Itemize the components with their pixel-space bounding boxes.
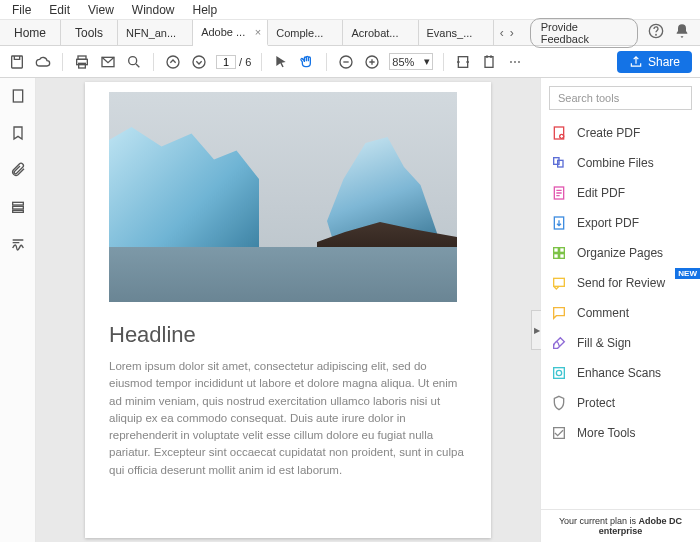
tool-icon [551,425,567,441]
svg-rect-15 [12,202,23,205]
toolbar: / 6 85%▾ ⋯ Share [0,46,700,78]
svg-rect-26 [554,254,559,259]
tool-label: Organize Pages [577,246,663,260]
tool-icon [551,185,567,201]
svg-rect-14 [13,90,22,102]
svg-rect-12 [459,56,468,67]
svg-rect-29 [554,368,565,379]
hand-icon[interactable] [298,53,316,71]
menu-window[interactable]: Window [124,3,183,17]
doc-tab-3[interactable]: Acrobat... [343,20,418,45]
headline: Headline [109,322,467,348]
topbar: Home Tools NFN_an... Adobe ...× Comple..… [0,20,700,46]
page-up-icon[interactable] [164,53,182,71]
tool-icon [551,245,567,261]
tool-fill-sign[interactable]: Fill & Sign [541,328,700,358]
more-icon[interactable]: ⋯ [506,53,524,71]
tool-icon [551,305,567,321]
tool-create-pdf[interactable]: Create PDF [541,118,700,148]
tool-label: Edit PDF [577,186,625,200]
zoom-select[interactable]: 85%▾ [389,53,433,70]
svg-rect-28 [554,278,565,286]
layers-icon[interactable] [10,199,26,218]
tool-edit-pdf[interactable]: Edit PDF [541,178,700,208]
print-icon[interactable] [73,53,91,71]
bell-icon[interactable] [674,23,690,42]
search-icon[interactable] [125,53,143,71]
share-button[interactable]: Share [617,51,692,73]
panel-collapse-icon[interactable]: ▶ [531,310,541,350]
left-rail [0,78,36,542]
tool-send-for-review[interactable]: Send for ReviewNEW [541,268,700,298]
menu-view[interactable]: View [80,3,122,17]
arrow-cursor-icon[interactable] [272,53,290,71]
attachment-icon[interactable] [10,162,26,181]
svg-rect-24 [554,248,559,253]
tool-more-tools[interactable]: More Tools [541,418,700,448]
tab-home[interactable]: Home [0,20,61,45]
tool-icon [551,125,567,141]
svg-rect-16 [12,206,23,209]
tab-prev-icon[interactable]: ‹ [500,26,504,40]
doc-tab-2[interactable]: Comple... [268,20,343,45]
svg-point-7 [129,56,137,64]
zoom-in-icon[interactable] [363,53,381,71]
tool-label: Protect [577,396,615,410]
svg-point-1 [656,34,657,35]
tool-icon [551,395,567,411]
tool-label: Enhance Scans [577,366,661,380]
tab-tools[interactable]: Tools [61,20,118,45]
plan-info: Your current plan is Adobe DC enterprise [541,509,700,542]
close-icon[interactable]: × [255,26,261,38]
tool-label: Create PDF [577,126,640,140]
search-tools-input[interactable]: Search tools [549,86,692,110]
tool-icon [551,275,567,291]
doc-tab-0[interactable]: NFN_an... [118,20,193,45]
page-input[interactable] [216,55,236,69]
zoom-out-icon[interactable] [337,53,355,71]
tool-protect[interactable]: Protect [541,388,700,418]
tool-icon [551,335,567,351]
page-down-icon[interactable] [190,53,208,71]
email-icon[interactable] [99,53,117,71]
tool-icon [551,155,567,171]
menu-edit[interactable]: Edit [41,3,78,17]
tool-export-pdf[interactable]: Export PDF [541,208,700,238]
tool-label: Export PDF [577,216,639,230]
svg-rect-17 [12,210,23,212]
svg-rect-27 [560,254,565,259]
fit-page-icon[interactable] [480,53,498,71]
menu-file[interactable]: File [4,3,39,17]
svg-point-8 [167,56,179,68]
canvas[interactable]: Headline Lorem ipsum dolor sit amet, con… [36,78,540,542]
new-badge: NEW [675,268,700,279]
svg-point-30 [556,370,561,375]
tool-label: Combine Files [577,156,654,170]
doc-tab-1[interactable]: Adobe ...× [193,20,268,46]
bookmark-icon[interactable] [10,125,26,144]
tool-enhance-scans[interactable]: Enhance Scans [541,358,700,388]
tool-icon [551,215,567,231]
provide-feedback-button[interactable]: Provide Feedback [530,18,638,48]
tool-icon [551,365,567,381]
thumbnails-icon[interactable] [10,88,26,107]
tool-comment[interactable]: Comment [541,298,700,328]
cloud-icon[interactable] [34,53,52,71]
tool-label: Comment [577,306,629,320]
tab-nav: ‹ › [494,20,520,45]
menu-help[interactable]: Help [185,3,226,17]
doc-tab-4[interactable]: Evans_... [419,20,494,45]
page-indicator: / 6 [216,55,251,69]
right-panel: ▶ Search tools Create PDFCombine FilesEd… [540,78,700,542]
help-icon[interactable] [648,23,664,42]
signatures-icon[interactable] [10,236,26,255]
tab-next-icon[interactable]: › [510,26,514,40]
tool-combine-files[interactable]: Combine Files [541,148,700,178]
save-icon[interactable] [8,53,26,71]
svg-rect-25 [560,248,565,253]
body-text: Lorem ipsum dolor sit amet, consectetur … [109,358,467,479]
fit-width-icon[interactable] [454,53,472,71]
svg-rect-13 [485,56,493,67]
hero-image [109,92,457,302]
tool-organize-pages[interactable]: Organize Pages [541,238,700,268]
